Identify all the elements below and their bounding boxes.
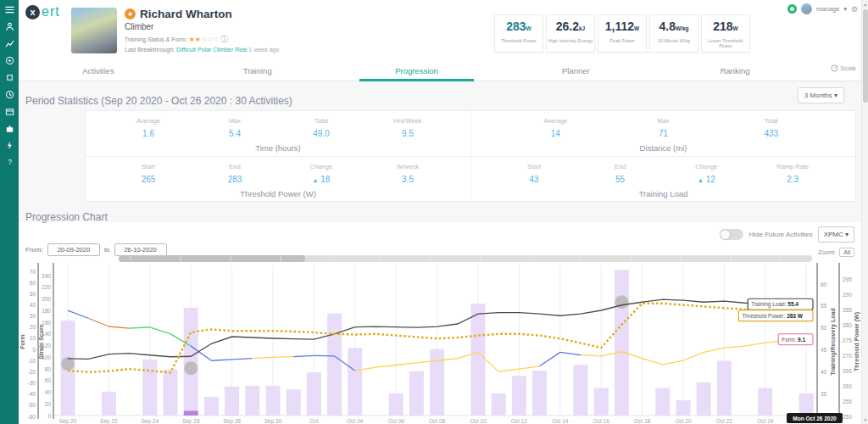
svg-text:60: 60: [45, 377, 52, 383]
hide-future-toggle[interactable]: [720, 229, 743, 240]
activities-icon[interactable]: [4, 72, 15, 83]
last-breakthrough-link[interactable]: Difficult Polar Climber Ride: [176, 47, 248, 53]
svg-text:265: 265: [843, 368, 852, 374]
svg-text:290: 290: [843, 292, 852, 298]
svg-text:Training Load: 55.4: Training Load: 55.4: [751, 301, 798, 308]
profile-photo: [71, 8, 117, 53]
user-icon[interactable]: [4, 21, 15, 32]
gear-icon[interactable]: ⚙: [851, 5, 858, 14]
training-status-label: Training Status & Form:: [125, 36, 187, 42]
main-tabs: Activities Training Progression Planner …: [19, 60, 861, 81]
svg-text:285: 285: [843, 307, 852, 313]
svg-text:295: 295: [843, 276, 852, 282]
svg-text:30: 30: [30, 313, 36, 319]
chart-type-dropdown[interactable]: XPMC ▾: [818, 226, 854, 243]
svg-text:Strain Score: Strain Score: [38, 324, 44, 359]
svg-text:40: 40: [30, 302, 36, 308]
svg-text:-20: -20: [28, 369, 36, 375]
svg-text:Sep 24: Sep 24: [141, 418, 159, 424]
menu-icon[interactable]: [4, 4, 15, 15]
fitness-signature-cards: 283W Threshold Power 26.2kJ High Intensi…: [494, 14, 750, 53]
svg-text:240: 240: [42, 273, 51, 279]
chevron-down-icon[interactable]: ▾: [843, 5, 847, 13]
svg-text:-40: -40: [28, 391, 36, 397]
svg-text:20: 20: [30, 324, 36, 330]
svg-text:55: 55: [821, 303, 827, 309]
svg-text:Sep 26: Sep 26: [182, 418, 200, 424]
svg-text:Oct: Oct: [309, 418, 318, 424]
tab-planner[interactable]: Planner: [496, 60, 655, 81]
stat-card-peak-power: 1,112W Peak Power: [598, 14, 647, 53]
status-stars: ★★☆☆☆: [189, 36, 220, 43]
goals-icon[interactable]: [4, 55, 15, 66]
svg-text:Oct 04: Oct 04: [347, 418, 364, 424]
notifications-icon[interactable]: [787, 4, 797, 14]
page-scrollbar[interactable]: ▲ ▼: [861, 0, 868, 424]
sidebar-nav: ?: [0, 0, 19, 424]
svg-text:Threshold Power: 283 W: Threshold Power: 283 W: [742, 313, 803, 319]
scrollbar-down-arrow[interactable]: ▼: [862, 416, 868, 424]
chevron-down-icon: ▾: [845, 231, 849, 238]
hide-future-label: Hide Future Activities: [748, 231, 812, 238]
package-icon[interactable]: [4, 106, 15, 117]
change-up-icon: ▲: [313, 177, 319, 183]
flash-icon[interactable]: [4, 140, 15, 151]
period-statistics-panel: Average1.6 Max5.4 Total49.0 Hrs/Week9.5 …: [85, 110, 856, 202]
scrollbar-up-arrow[interactable]: ▲: [862, 0, 868, 8]
svg-text:-10: -10: [28, 358, 36, 364]
progression-chart[interactable]: 706050403020100-10-20-30-40-50-60Form240…: [20, 253, 868, 424]
svg-text:0: 0: [32, 347, 36, 353]
svg-text:Oct 18: Oct 18: [634, 418, 651, 424]
svg-text:-30: -30: [28, 380, 36, 386]
tab-ranking[interactable]: Ranking: [655, 60, 815, 81]
progress-chart-icon[interactable]: [4, 38, 15, 49]
svg-text:0: 0: [47, 413, 51, 419]
scrollbar-thumb[interactable]: [863, 9, 868, 103]
svg-text:60: 60: [30, 280, 36, 286]
athlete-profile: ★ Richard Wharton Climber Training Statu…: [71, 8, 279, 53]
change-up-icon: ▲: [698, 177, 704, 183]
xert-logo-text: ert: [42, 4, 60, 20]
gift-icon[interactable]: [4, 123, 15, 134]
stat-card-lower-threshold-power: 218W Lower Threshold Power: [701, 14, 750, 53]
account-avatar[interactable]: [801, 3, 812, 14]
svg-text:Oct 24: Oct 24: [757, 418, 774, 424]
svg-text:?: ?: [8, 159, 12, 166]
svg-text:260: 260: [843, 383, 852, 389]
svg-text:60: 60: [821, 282, 827, 287]
period-range-button[interactable]: 3 Months ▾: [798, 87, 844, 103]
help-icon[interactable]: ?: [4, 157, 15, 168]
training-load-caption: Training Load: [471, 189, 855, 198]
svg-text:40: 40: [821, 369, 827, 375]
svg-text:250: 250: [843, 414, 852, 420]
svg-text:Sep 30: Sep 30: [264, 418, 282, 424]
header: x ert ★ Richard Wharton Climber Training…: [19, 0, 861, 61]
svg-text:Oct 16: Oct 16: [593, 418, 610, 424]
svg-text:Oct 14: Oct 14: [552, 418, 569, 424]
info-icon[interactable]: ⓘ: [221, 35, 228, 44]
account-username[interactable]: manage: [816, 5, 839, 13]
svg-text:10: 10: [30, 335, 36, 341]
distance-caption: Distance (mi): [471, 143, 855, 153]
svg-text:275: 275: [843, 338, 852, 343]
history-icon[interactable]: [4, 89, 15, 100]
svg-text:-60: -60: [28, 414, 36, 420]
svg-text:Oct 06: Oct 06: [388, 418, 405, 424]
svg-text:220: 220: [42, 284, 51, 290]
svg-text:Training/Recovery Load: Training/Recovery Load: [830, 308, 837, 375]
app-screen: ? x ert ★ Richard Wharton Climber Traini…: [0, 0, 868, 424]
svg-text:80: 80: [45, 366, 52, 372]
tab-progression[interactable]: Progression: [337, 60, 497, 81]
tab-training[interactable]: Training: [178, 60, 337, 81]
svg-text:50: 50: [821, 325, 827, 331]
svg-text:Sep 20: Sep 20: [59, 418, 77, 424]
svg-text:Form: 9.1: Form: 9.1: [782, 337, 805, 343]
svg-text:255: 255: [843, 399, 852, 404]
svg-text:70: 70: [30, 269, 36, 275]
time-stats-cell: Average1.6 Max5.4 Total49.0 Hrs/Week9.5 …: [86, 111, 470, 156]
xert-logo[interactable]: x ert: [25, 4, 60, 20]
tab-activities[interactable]: Activities: [19, 60, 178, 81]
athlete-rank-badge: ★: [125, 8, 136, 20]
scale-button[interactable]: Scale: [831, 64, 856, 72]
account-menu: manage ▾ ⚙: [787, 3, 858, 14]
